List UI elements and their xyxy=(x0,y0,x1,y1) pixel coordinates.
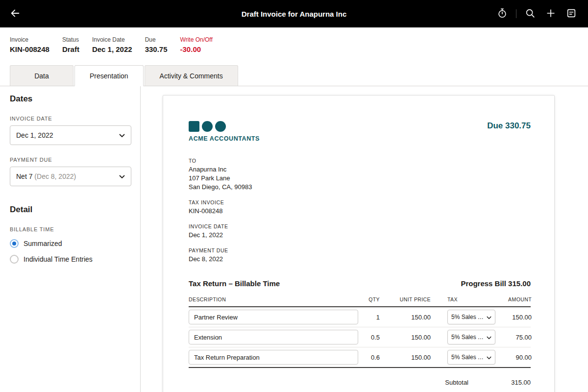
payment-due-label: PAYMENT DUE xyxy=(189,247,531,253)
subtotal-row: Subtotal 315.00 xyxy=(189,379,531,386)
subtotal-value: 315.00 xyxy=(468,379,531,386)
dates-heading: Dates xyxy=(10,94,131,104)
back-arrow-icon xyxy=(10,8,21,20)
timer-button[interactable] xyxy=(495,7,509,21)
summary-invoice-date-value: Dec 1, 2022 xyxy=(92,45,132,53)
invoice-preview-area: ACME ACCOUNTANTS Due 330.75 TO Anapurna … xyxy=(141,86,588,392)
chevron-down-icon xyxy=(119,131,125,139)
company-logo: ACME ACCOUNTANTS xyxy=(189,121,260,142)
summary-write-onoff: Write On/Off -30.00 xyxy=(180,36,213,53)
topbar-divider xyxy=(516,9,516,18)
tab-presentation[interactable]: Presentation xyxy=(74,65,144,86)
to-line: Anapurna Inc xyxy=(189,165,531,174)
tab-activity-comments[interactable]: Activity & Comments xyxy=(145,65,238,86)
notes-icon xyxy=(566,8,577,20)
brand-name: ACME ACCOUNTANTS xyxy=(189,135,260,142)
amount-value: 90.00 xyxy=(495,354,532,361)
summary-due-label: Due xyxy=(145,36,168,43)
search-button[interactable] xyxy=(523,7,537,21)
summary-invoice-date: Invoice Date Dec 1, 2022 xyxy=(92,36,132,53)
to-line: 107 Park Lane xyxy=(189,174,531,183)
description-input[interactable] xyxy=(189,330,358,344)
tab-data[interactable]: Data xyxy=(10,65,74,86)
presentation-sidebar: Dates INVOICE DATE Dec 1, 2022 PAYMENT D… xyxy=(0,86,141,392)
unit-price-value: 150.00 xyxy=(380,314,431,321)
plus-icon xyxy=(545,8,556,20)
summary-status-label: Status xyxy=(62,36,79,43)
unit-price-value: 150.00 xyxy=(380,334,431,341)
content-area: Dates INVOICE DATE Dec 1, 2022 PAYMENT D… xyxy=(0,86,588,392)
invoice-date-label: INVOICE DATE xyxy=(189,223,531,229)
invoice-summary: Invoice KIN-008248 Status Draft Invoice … xyxy=(0,27,588,59)
tax-invoice-label: TAX INVOICE xyxy=(189,199,531,205)
payment-due-value: Dec 8, 2022 xyxy=(189,255,531,264)
radio-selected-icon xyxy=(10,239,19,248)
payment-due-select[interactable]: Net 7 (Dec 8, 2022) xyxy=(10,167,131,186)
search-icon xyxy=(525,8,536,20)
summary-status-value: Draft xyxy=(62,45,79,53)
summary-due: Due 330.75 xyxy=(145,36,168,53)
col-tax: TAX xyxy=(431,296,495,302)
qty-value: 1 xyxy=(358,314,380,321)
invoice-due-amount: Due 330.75 xyxy=(487,121,531,131)
table-row: 0.6 150.00 5% Sales Tax 90.00 xyxy=(189,347,531,368)
invoice-date-value: Dec 1, 2022 xyxy=(189,231,531,240)
radio-summarized[interactable]: Summarized xyxy=(10,239,131,248)
qty-value: 0.6 xyxy=(358,354,380,361)
table-header-row: DESCRIPTION QTY UNIT PRICE TAX AMOUNT xyxy=(189,296,531,307)
col-amount: AMOUNT xyxy=(495,296,532,302)
logo-shapes-icon xyxy=(189,121,260,132)
tax-invoice-value: KIN-008248 xyxy=(189,207,531,216)
timer-icon xyxy=(497,8,508,20)
tab-bar: Data Presentation Activity & Comments xyxy=(0,59,588,86)
amount-value: 75.00 xyxy=(495,334,532,341)
summary-due-value: 330.75 xyxy=(145,45,168,53)
summary-write-onoff-value: -30.00 xyxy=(180,45,213,53)
col-description: DESCRIPTION xyxy=(189,296,358,302)
invoice-date-select-value: Dec 1, 2022 xyxy=(16,131,119,139)
description-input[interactable] xyxy=(189,310,358,324)
summary-status: Status Draft xyxy=(62,36,79,53)
invoice-date-label: INVOICE DATE xyxy=(10,116,131,122)
table-row: 0.5 150.00 5% Sales Tax 75.00 xyxy=(189,327,531,347)
totals-block: Subtotal 315.00 Tax 15.75 xyxy=(189,379,531,392)
description-input[interactable] xyxy=(189,350,358,365)
topbar: Draft Invoice for Anapurna Inc xyxy=(0,0,588,27)
to-line: San Diego, CA, 90983 xyxy=(189,183,531,192)
radio-individual-time-entries[interactable]: Individual Time Entries xyxy=(10,255,131,264)
invoice-date-select[interactable]: Dec 1, 2022 xyxy=(10,125,131,145)
chevron-down-icon xyxy=(487,353,491,362)
payment-due-select-value: Net 7 (Dec 8, 2022) xyxy=(16,172,119,180)
billable-time-label: BILLABLE TIME xyxy=(10,226,131,232)
summary-write-onoff-label: Write On/Off xyxy=(180,36,213,43)
radio-individual-label: Individual Time Entries xyxy=(24,255,93,263)
invoice-preview-card: ACME ACCOUNTANTS Due 330.75 TO Anapurna … xyxy=(163,95,555,392)
chevron-down-icon xyxy=(119,172,125,180)
billable-section-row: Tax Return – Billable Time Progress Bill… xyxy=(189,279,531,288)
chevron-down-icon xyxy=(487,333,491,342)
tax-select[interactable]: 5% Sales Tax xyxy=(447,310,495,324)
notes-button[interactable] xyxy=(564,7,578,21)
summary-invoice-value: KIN-008248 xyxy=(10,45,49,53)
summary-invoice-date-label: Invoice Date xyxy=(92,36,132,43)
amount-value: 150.00 xyxy=(495,314,532,321)
detail-heading: Detail xyxy=(10,205,131,215)
col-unit-price: UNIT PRICE xyxy=(380,296,431,302)
col-qty: QTY xyxy=(358,296,380,302)
summary-invoice-label: Invoice xyxy=(10,36,49,43)
tax-select[interactable]: 5% Sales Tax xyxy=(447,330,495,344)
add-button[interactable] xyxy=(544,7,558,21)
unit-price-value: 150.00 xyxy=(380,354,431,361)
to-label: TO xyxy=(189,158,531,164)
line-items-table: DESCRIPTION QTY UNIT PRICE TAX AMOUNT 1 … xyxy=(189,296,531,368)
progress-bill-amount: Progress Bill 315.00 xyxy=(461,279,531,288)
tax-select[interactable]: 5% Sales Tax xyxy=(447,350,495,365)
table-row: 1 150.00 5% Sales Tax 150.00 xyxy=(189,307,531,327)
payment-due-label: PAYMENT DUE xyxy=(10,157,131,163)
brand-row: ACME ACCOUNTANTS Due 330.75 xyxy=(189,121,531,142)
subtotal-label: Subtotal xyxy=(445,379,468,386)
back-button[interactable] xyxy=(10,6,25,22)
qty-value: 0.5 xyxy=(358,334,380,341)
summary-invoice: Invoice KIN-008248 xyxy=(10,36,49,53)
radio-unselected-icon xyxy=(10,255,19,264)
